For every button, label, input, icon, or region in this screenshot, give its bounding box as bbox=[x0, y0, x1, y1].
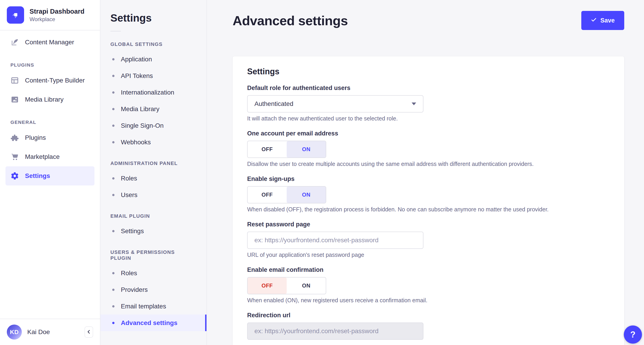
subnav-section-label: USERS & PERMISSIONS PLUGIN bbox=[110, 249, 196, 261]
field-enable-sign-ups: Enable sign-ups OFF ON When disabled (OF… bbox=[247, 175, 610, 213]
bullet-icon bbox=[112, 289, 114, 291]
toggle-off-option[interactable]: OFF bbox=[248, 277, 287, 294]
subnav-section-users-permissions: USERS & PERMISSIONS PLUGIN Roles Provide… bbox=[100, 249, 206, 331]
sidebar-item-plugins[interactable]: Plugins bbox=[6, 128, 94, 147]
enable-email-confirmation-toggle: OFF ON bbox=[247, 277, 326, 294]
subnav-item-admin-users[interactable]: Users bbox=[100, 187, 206, 203]
bullet-icon bbox=[112, 141, 114, 143]
subnav-item-media-library[interactable]: Media Library bbox=[100, 101, 206, 117]
field-hint: When enabled (ON), new registered users … bbox=[247, 297, 610, 304]
toggle-on-option[interactable]: ON bbox=[287, 187, 326, 203]
field-hint: It will attach the new authenticated use… bbox=[247, 115, 610, 122]
picture-icon bbox=[10, 95, 19, 104]
default-role-select[interactable]: Authenticated bbox=[247, 95, 424, 113]
subnav-item-up-email-templates[interactable]: Email templates bbox=[100, 298, 206, 314]
avatar[interactable]: KD bbox=[7, 324, 22, 339]
field-label: Reset password page bbox=[247, 221, 610, 228]
subnav-section-label: ADMINISTRATION PANEL bbox=[110, 160, 196, 166]
sidebar-section-plugins: PLUGINS bbox=[10, 62, 94, 68]
page-title: Advanced settings bbox=[232, 13, 348, 28]
check-icon bbox=[591, 17, 597, 24]
subnav-item-label: Email templates bbox=[121, 303, 166, 310]
save-button-label: Save bbox=[600, 17, 615, 24]
collapse-sidebar-button[interactable] bbox=[84, 326, 93, 338]
field-default-role: Default role for authenticated users Aut… bbox=[247, 85, 610, 122]
subnav-item-application[interactable]: Application bbox=[100, 51, 206, 68]
field-label: Default role for authenticated users bbox=[247, 85, 610, 92]
subnav-item-label: Media Library bbox=[121, 106, 160, 113]
chevron-left-icon bbox=[86, 329, 92, 335]
field-hint: When disabled (OFF), the registration pr… bbox=[247, 206, 610, 213]
sidebar-item-content-type-builder[interactable]: Content-Type Builder bbox=[6, 71, 94, 90]
reset-password-page-input[interactable] bbox=[247, 232, 424, 249]
subnav-item-advanced-settings[interactable]: Advanced settings bbox=[100, 314, 206, 331]
sidebar-item-content-manager[interactable]: Content Manager bbox=[6, 33, 94, 52]
subnav-item-label: Users bbox=[121, 191, 138, 199]
settings-panel: Settings Default role for authenticated … bbox=[232, 56, 624, 345]
subnav-section-administration-panel: ADMINISTRATION PANEL Roles Users bbox=[100, 160, 206, 203]
subnav-item-internationalization[interactable]: Internationalization bbox=[100, 84, 206, 101]
sidebar-section-general: GENERAL bbox=[10, 120, 94, 125]
main-sidebar: Strapi Dashboard Workplace Content Manag… bbox=[0, 0, 100, 345]
subnav-item-api-tokens[interactable]: API Tokens bbox=[100, 68, 206, 84]
subnav-item-up-providers[interactable]: Providers bbox=[100, 281, 206, 298]
bullet-icon bbox=[112, 230, 114, 232]
toggle-off-option[interactable]: OFF bbox=[248, 187, 287, 203]
one-account-per-email-toggle: OFF ON bbox=[247, 141, 326, 158]
bullet-icon bbox=[112, 125, 114, 127]
help-button[interactable]: ? bbox=[624, 325, 642, 344]
sidebar-item-label: Marketplace bbox=[25, 153, 60, 160]
bullet-icon bbox=[112, 305, 114, 307]
subnav-item-label: Advanced settings bbox=[121, 319, 178, 326]
sidebar-item-label: Content-Type Builder bbox=[25, 77, 85, 84]
sidebar-footer: KD Kai Doe bbox=[0, 319, 100, 345]
field-label: Enable email confirmation bbox=[247, 266, 610, 273]
question-mark-icon: ? bbox=[630, 330, 635, 339]
field-enable-email-confirmation: Enable email confirmation OFF ON When en… bbox=[247, 266, 610, 304]
subnav-item-label: Internationalization bbox=[121, 89, 174, 96]
enable-sign-ups-toggle: OFF ON bbox=[247, 186, 326, 203]
subnav-section-global-settings: GLOBAL SETTINGS Application API Tokens I… bbox=[100, 41, 206, 150]
subnav-section-label: GLOBAL SETTINGS bbox=[110, 41, 196, 47]
sidebar-item-media-library[interactable]: Media Library bbox=[6, 90, 94, 109]
field-redirection-url: Redirection url bbox=[247, 312, 610, 340]
sidebar-item-settings[interactable]: Settings bbox=[6, 166, 94, 185]
select-value: Authenticated bbox=[254, 100, 293, 108]
subnav-item-label: Single Sign-On bbox=[121, 122, 164, 129]
subnav-item-admin-roles[interactable]: Roles bbox=[100, 170, 206, 187]
toggle-on-option[interactable]: ON bbox=[287, 141, 326, 158]
sidebar-item-label: Content Manager bbox=[25, 39, 74, 46]
bullet-icon bbox=[112, 272, 114, 274]
subnav-item-label: Roles bbox=[121, 175, 137, 182]
sidebar-item-label: Settings bbox=[25, 172, 50, 180]
bullet-icon bbox=[112, 108, 114, 110]
redirection-url-input bbox=[247, 322, 424, 340]
bullet-icon bbox=[112, 91, 114, 94]
subnav-item-label: Roles bbox=[121, 269, 137, 277]
subnav-item-label: Settings bbox=[121, 227, 144, 235]
sidebar-item-label: Plugins bbox=[25, 134, 46, 141]
sidebar-item-marketplace[interactable]: Marketplace bbox=[6, 147, 94, 166]
settings-subnav: Settings GLOBAL SETTINGS Application API… bbox=[100, 0, 207, 345]
subnav-item-email-settings[interactable]: Settings bbox=[100, 223, 206, 239]
puzzle-icon bbox=[10, 133, 19, 142]
layout-grid-icon bbox=[10, 76, 19, 85]
workspace-brand[interactable]: Strapi Dashboard Workplace bbox=[0, 0, 100, 30]
subnav-item-label: API Tokens bbox=[121, 72, 153, 80]
subnav-item-webhooks[interactable]: Webhooks bbox=[100, 134, 206, 150]
subnav-section-label: EMAIL PLUGIN bbox=[110, 213, 196, 219]
toggle-on-option[interactable]: ON bbox=[287, 277, 326, 294]
bullet-icon bbox=[112, 322, 114, 324]
subnav-item-single-sign-on[interactable]: Single Sign-On bbox=[100, 117, 206, 134]
field-hint: URL of your application's reset password… bbox=[247, 252, 610, 258]
field-one-account-per-email: One account per email address OFF ON Dis… bbox=[247, 130, 610, 167]
bullet-icon bbox=[112, 194, 114, 196]
sidebar-nav: Content Manager PLUGINS Content-Type Bui… bbox=[0, 31, 100, 188]
save-button[interactable]: Save bbox=[581, 11, 624, 30]
toggle-off-option[interactable]: OFF bbox=[248, 141, 287, 158]
subnav-item-up-roles[interactable]: Roles bbox=[100, 265, 206, 281]
bullet-icon bbox=[112, 177, 114, 180]
subnav-title-divider bbox=[110, 31, 121, 31]
app-title: Strapi Dashboard bbox=[30, 7, 84, 16]
subnav-section-email-plugin: EMAIL PLUGIN Settings bbox=[100, 213, 206, 239]
